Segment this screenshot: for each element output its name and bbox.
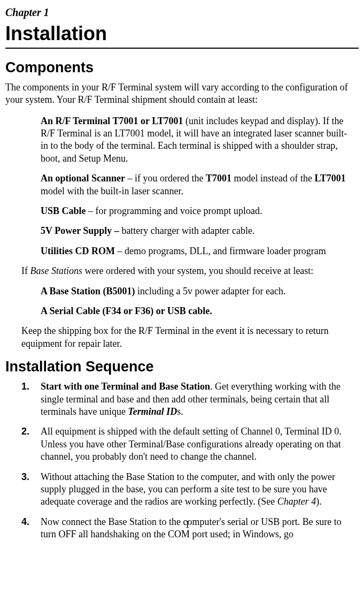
components-intro: The components in your R/F Terminal syst…: [5, 81, 359, 106]
component-rest: battery charger with adapter cable.: [121, 225, 254, 236]
bs-pre: If: [21, 265, 30, 276]
component-lead: USB Cable: [41, 205, 86, 216]
base-stations-intro: If Base Stations were ordered with your …: [21, 265, 354, 277]
keep-box-para: Keep the shipping box for the R/F Termin…: [21, 325, 354, 350]
chapter-title: Installation: [5, 21, 359, 49]
step-bolditalic: Terminal ID: [128, 406, 177, 417]
component-item-usb-cable: USB Cable – for programming and voice pr…: [41, 205, 354, 217]
component-lead: A Base Station (B5001): [41, 286, 135, 296]
section-components-heading: Components: [5, 58, 359, 77]
component-lead: Utilities CD ROM: [41, 246, 115, 256]
step-text: Start with one Terminal and Base Station…: [41, 380, 354, 418]
section-installation-sequence-heading: Installation Sequence: [5, 357, 359, 376]
step-number: 2.: [21, 425, 41, 463]
step-lead: Start with one Terminal and Base Station: [41, 381, 210, 392]
step-ital: Chapter 4: [277, 496, 316, 507]
component-item-serial-cable: A Serial Cable (F34 or F36) or USB cable…: [41, 305, 354, 317]
bs-post: were ordered with your system, you shoul…: [82, 265, 313, 276]
component-lead: 5V Power Supply –: [41, 225, 121, 236]
step-post: ).: [316, 496, 322, 507]
component-rest: including a 5v power adapter for each.: [135, 286, 286, 296]
step-3: 3. Without attaching the Base Station to…: [21, 471, 354, 508]
step-number: 1.: [21, 380, 41, 418]
component-bold: LT7001: [314, 173, 345, 184]
component-mid: model instead of the: [231, 173, 314, 184]
component-item-power-supply: 5V Power Supply – battery charger with a…: [41, 225, 354, 237]
page-number: 1: [5, 519, 364, 531]
chapter-label: Chapter 1: [5, 5, 359, 19]
bs-ital: Base Stations: [30, 265, 83, 276]
component-lead: An optional Scanner: [41, 173, 125, 184]
component-rest: – demo programs, DLL, and firmware loade…: [115, 246, 326, 256]
step-text: Without attaching the Base Station to th…: [41, 471, 354, 508]
component-rest: – for programming and voice prompt uploa…: [86, 205, 262, 216]
component-item-utilities-cd: Utilities CD ROM – demo programs, DLL, a…: [41, 245, 354, 257]
component-mid: – if you ordered the: [125, 173, 206, 184]
step-text: All equipment is shipped with the defaul…: [41, 425, 354, 463]
component-rest: model with the built-in laser scanner.: [41, 186, 183, 196]
step-rest: s.: [177, 406, 183, 417]
component-item-base-station: A Base Station (B5001) including a 5v po…: [41, 285, 354, 298]
component-item-rf-terminal: An R/F Terminal T7001 or LT7001 (unit in…: [41, 115, 354, 165]
component-item-optional-scanner: An optional Scanner – if you ordered the…: [41, 172, 354, 197]
component-bold: T7001: [206, 173, 231, 184]
component-lead: An R/F Terminal T7001 or LT7001: [41, 116, 183, 126]
step-1: 1. Start with one Terminal and Base Stat…: [21, 380, 354, 418]
step-number: 3.: [21, 471, 41, 508]
step-2: 2. All equipment is shipped with the def…: [21, 425, 354, 463]
component-lead: A Serial Cable (F34 or F36) or USB cable…: [41, 306, 212, 316]
